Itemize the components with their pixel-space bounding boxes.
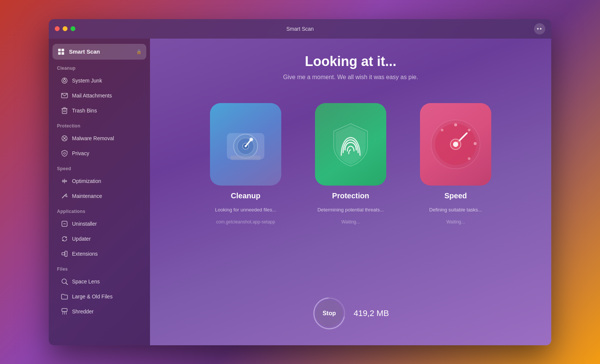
- svg-line-32: [66, 312, 66, 315]
- cleanup-card-icon: [210, 103, 281, 186]
- cleanup-card-title: Cleanup: [231, 192, 261, 200]
- svg-point-50: [453, 142, 458, 147]
- svg-line-28: [66, 283, 68, 285]
- maximize-button[interactable]: [70, 26, 75, 31]
- sidebar-item-label: Updater: [72, 236, 91, 242]
- privacy-icon: [61, 150, 68, 157]
- svg-rect-2: [58, 52, 61, 55]
- sidebar-item-extensions[interactable]: Extensions: [52, 247, 146, 261]
- app-window: Smart Scan •• Smart Scan 🔒 Cleanup: [49, 19, 551, 345]
- traffic-lights: [55, 26, 75, 31]
- lock-icon: 🔒: [136, 49, 142, 54]
- protection-card-icon: [315, 103, 386, 186]
- malware-icon: [61, 135, 68, 142]
- svg-point-17: [64, 152, 66, 154]
- sidebar-item-label: Maintenance: [72, 193, 102, 199]
- sidebar-item-label: Mail Attachments: [72, 93, 112, 99]
- speed-card: Speed Defining suitable tasks... Waiting…: [412, 103, 499, 225]
- speed-card-status: Defining suitable tasks...: [429, 206, 482, 214]
- sidebar-item-label: Large & Old Files: [72, 294, 112, 300]
- protection-card-title: Protection: [332, 192, 369, 200]
- sidebar-item-label: Space Lens: [72, 279, 100, 285]
- svg-point-46: [468, 157, 471, 160]
- svg-rect-3: [62, 52, 64, 55]
- sidebar-item-label: Privacy: [72, 150, 89, 156]
- section-speed-label: Speed: [49, 161, 150, 174]
- sidebar-item-label: Malware Removal: [72, 135, 114, 141]
- svg-rect-0: [58, 49, 61, 51]
- protection-card-status: Determining potential threats...: [317, 206, 384, 214]
- sidebar-item-malware-removal[interactable]: Malware Removal: [52, 131, 146, 145]
- main-content: Looking at it... Give me a moment. We al…: [150, 39, 551, 345]
- sidebar-item-label: Trash Bins: [72, 108, 97, 114]
- section-applications-label: Applications: [49, 204, 150, 216]
- window-title: Smart Scan: [286, 26, 314, 32]
- sidebar-item-label: System Junk: [72, 78, 102, 84]
- scan-cards: Cleanup Looking for unneeded files... co…: [202, 103, 499, 225]
- window-body: Smart Scan 🔒 Cleanup System Junk: [49, 39, 551, 345]
- cleanup-card: Cleanup Looking for unneeded files... co…: [202, 103, 289, 225]
- more-options-button[interactable]: ••: [534, 23, 545, 34]
- sidebar-item-system-junk[interactable]: System Junk: [52, 73, 146, 88]
- sidebar-item-optimization[interactable]: Optimization: [52, 174, 146, 188]
- stop-button-wrap: Stop: [312, 297, 346, 330]
- svg-point-43: [454, 123, 457, 126]
- close-button[interactable]: [55, 26, 60, 31]
- svg-point-27: [62, 279, 66, 283]
- svg-point-39: [249, 138, 253, 141]
- svg-rect-25: [62, 253, 65, 255]
- scan-icon: [57, 48, 65, 56]
- section-files-label: Files: [49, 261, 150, 274]
- mail-icon: [61, 92, 68, 99]
- svg-point-47: [441, 129, 444, 131]
- cleanup-card-sub: com.getcleanshot.app-setapp: [216, 219, 275, 225]
- junk-icon: [61, 77, 68, 84]
- optimization-icon: [61, 177, 68, 185]
- svg-rect-1: [62, 49, 64, 51]
- svg-rect-26: [65, 251, 67, 256]
- svg-rect-29: [62, 309, 67, 312]
- sidebar: Smart Scan 🔒 Cleanup System Junk: [49, 39, 150, 345]
- maintenance-icon: [61, 192, 68, 200]
- space-lens-icon: [61, 278, 68, 285]
- section-cleanup-label: Cleanup: [49, 60, 150, 73]
- sidebar-item-label: Optimization: [72, 178, 101, 184]
- sidebar-item-updater[interactable]: Updater: [52, 232, 146, 246]
- svg-point-45: [474, 142, 477, 145]
- sidebar-item-privacy[interactable]: Privacy: [52, 146, 146, 160]
- svg-line-22: [62, 195, 65, 198]
- stop-button[interactable]: Stop: [316, 300, 343, 327]
- sidebar-item-label: Smart Scan: [69, 48, 100, 55]
- title-bar: Smart Scan ••: [49, 19, 551, 39]
- speed-card-sub: Waiting...: [446, 219, 465, 225]
- stop-area: Stop 419,2 MB: [312, 297, 389, 330]
- protection-card: Protection Determining potential threats…: [308, 103, 394, 225]
- sidebar-item-label: Extensions: [72, 251, 98, 257]
- svg-line-30: [63, 312, 63, 315]
- speed-card-icon: [420, 103, 491, 186]
- sidebar-item-maintenance[interactable]: Maintenance: [52, 189, 146, 203]
- sidebar-item-label: Uninstaller: [72, 221, 97, 227]
- sidebar-item-large-old-files[interactable]: Large & Old Files: [52, 289, 146, 304]
- svg-point-5: [63, 79, 66, 82]
- sidebar-item-uninstaller[interactable]: Uninstaller: [52, 217, 146, 231]
- main-subheading: Give me a moment. We all wish it was eas…: [283, 74, 418, 81]
- sidebar-item-mail-attachments[interactable]: Mail Attachments: [52, 88, 146, 103]
- speed-card-title: Speed: [444, 192, 467, 200]
- sidebar-item-space-lens[interactable]: Space Lens: [52, 274, 146, 289]
- minimize-button[interactable]: [63, 26, 68, 31]
- sidebar-item-trash-bins[interactable]: Trash Bins: [52, 103, 146, 118]
- svg-rect-40: [231, 156, 261, 160]
- main-heading: Looking at it...: [305, 54, 396, 69]
- extensions-icon: [61, 250, 68, 258]
- svg-point-44: [468, 129, 471, 131]
- trash-icon: [61, 107, 68, 114]
- size-label: 419,2 MB: [354, 309, 389, 318]
- large-files-icon: [61, 293, 68, 300]
- sidebar-item-smart-scan[interactable]: Smart Scan 🔒: [52, 44, 146, 60]
- protection-card-sub: Waiting...: [341, 219, 360, 225]
- shredder-icon: [61, 308, 68, 315]
- section-protection-label: Protection: [49, 118, 150, 131]
- sidebar-item-shredder[interactable]: Shredder: [52, 304, 146, 319]
- stop-button-label: Stop: [322, 310, 336, 317]
